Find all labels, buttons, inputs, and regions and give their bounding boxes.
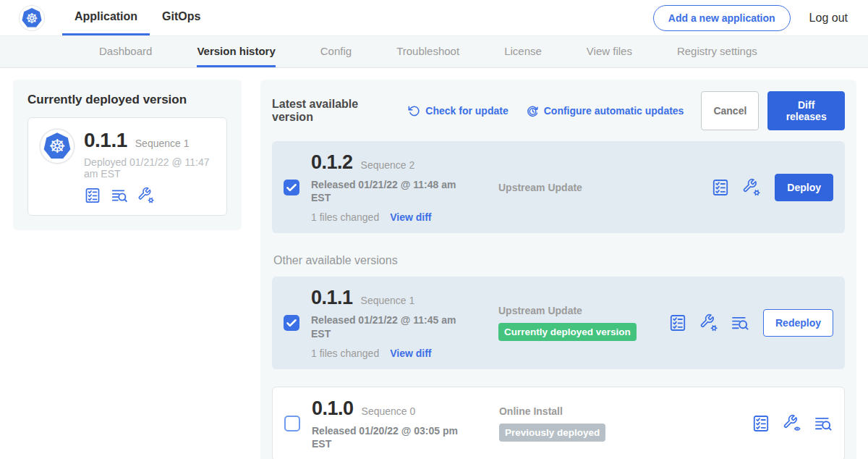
version-number: 0.1.2 <box>311 151 353 174</box>
subnav-item-license[interactable]: License <box>504 36 542 67</box>
subnav-item-version-history[interactable]: Version history <box>197 36 275 67</box>
view-config-icon[interactable] <box>783 414 801 433</box>
view-diff-link[interactable]: View diff <box>390 348 431 359</box>
top-nav: ☸ Application GitOps Add a new applicati… <box>0 0 868 36</box>
deployed-version-card: ☸ 0.1.1 Sequence 1 Deployed 01/21/22 @ 1… <box>27 117 227 216</box>
refresh-icon <box>407 104 421 118</box>
deployed-sequence-label: Sequence 1 <box>135 138 190 149</box>
currently-deployed-card: Currently deployed version ☸ 0.1.1 Seque… <box>13 80 242 230</box>
released-timestamp: Released 01/21/22 @ 11:45 am EST <box>311 313 470 340</box>
version-history-page: Currently deployed version ☸ 0.1.1 Seque… <box>0 68 868 459</box>
configure-automatic-updates-link[interactable]: Configure automatic updates <box>526 104 684 118</box>
top-tabs: Application GitOps <box>62 0 213 35</box>
version-select-checkbox[interactable] <box>284 315 299 331</box>
preflight-checks-icon[interactable] <box>752 414 770 433</box>
app-icon: ☸ <box>40 129 75 164</box>
subnav-item-troubleshoot[interactable]: Troubleshoot <box>396 36 459 67</box>
helm-wheel-icon: ☸ <box>25 12 38 25</box>
deployed-version-number: 0.1.1 <box>84 129 127 152</box>
preflight-checks-icon[interactable] <box>668 313 687 332</box>
released-timestamp: Released 01/20/22 @ 03:05 pm EST <box>312 424 471 450</box>
subnav-item-view-files[interactable]: View files <box>587 36 632 67</box>
helm-wheel-icon: ☸ <box>48 137 65 156</box>
version-number: 0.1.0 <box>312 397 354 420</box>
released-timestamp: Released 01/21/22 @ 11:48 am EST <box>311 178 470 204</box>
nav-tab-gitops[interactable]: GitOps <box>150 0 213 35</box>
deployed-timestamp: Deployed 01/21/22 @ 11:47 am EST <box>84 156 215 180</box>
deploy-button[interactable]: Deploy <box>775 174 833 201</box>
version-source-label: Online Install <box>499 405 669 417</box>
view-logs-icon[interactable] <box>111 187 128 204</box>
files-changed-label: 1 files changed <box>311 211 379 223</box>
version-row-0-1-1: 0.1.1 Sequence 1 Released 01/21/22 @ 11:… <box>272 277 845 369</box>
view-logs-icon[interactable] <box>814 414 833 433</box>
currently-deployed-title: Currently deployed version <box>27 93 227 107</box>
currently-deployed-badge: Currently deployed version <box>498 323 637 341</box>
version-select-checkbox[interactable] <box>284 180 299 195</box>
edit-config-icon[interactable] <box>742 178 761 197</box>
available-versions-panel: Latest available version Check for updat… <box>260 80 856 459</box>
sequence-label: Sequence 2 <box>361 159 415 171</box>
sequence-label: Sequence 1 <box>361 295 415 306</box>
version-row-0-1-0: 0.1.0 Sequence 0 Released 01/20/22 @ 03:… <box>272 387 845 459</box>
version-select-checkbox[interactable] <box>284 416 300 431</box>
cancel-button[interactable]: Cancel <box>701 91 759 130</box>
version-source-label: Upstream Update <box>498 182 668 193</box>
check-for-update-link[interactable]: Check for update <box>407 104 508 118</box>
diff-releases-button[interactable]: Diff releases <box>767 91 845 130</box>
version-row-0-1-2: 0.1.2 Sequence 2 Released 01/21/22 @ 11:… <box>272 141 845 233</box>
sequence-label: Sequence 0 <box>362 405 416 417</box>
app-sub-nav: Dashboard Version history Config Trouble… <box>0 36 868 68</box>
edit-config-icon[interactable] <box>137 187 155 204</box>
nav-tab-application[interactable]: Application <box>62 0 150 35</box>
subnav-item-dashboard[interactable]: Dashboard <box>99 36 152 67</box>
preflight-checks-icon[interactable] <box>711 178 730 197</box>
latest-available-title: Latest available version <box>272 98 396 124</box>
version-number: 0.1.1 <box>311 287 353 309</box>
version-source-label: Upstream Update <box>498 305 668 316</box>
other-versions-title: Other available versions <box>273 254 845 267</box>
files-changed-label: 1 files changed <box>311 348 379 359</box>
view-logs-icon[interactable] <box>731 313 749 332</box>
add-new-application-button[interactable]: Add a new application <box>653 5 791 31</box>
kubernetes-logo: ☸ <box>19 5 45 31</box>
previously-deployed-badge: Previously deployed <box>499 424 605 442</box>
view-diff-link[interactable]: View diff <box>390 211 431 223</box>
subnav-item-config[interactable]: Config <box>320 36 352 67</box>
subnav-item-registry-settings[interactable]: Registry settings <box>677 36 757 67</box>
logout-button[interactable]: Log out <box>809 12 848 25</box>
edit-config-icon[interactable] <box>699 313 718 332</box>
redeploy-button[interactable]: Redeploy <box>763 309 833 337</box>
schedule-update-icon <box>526 104 540 118</box>
preflight-checks-icon[interactable] <box>84 187 101 204</box>
